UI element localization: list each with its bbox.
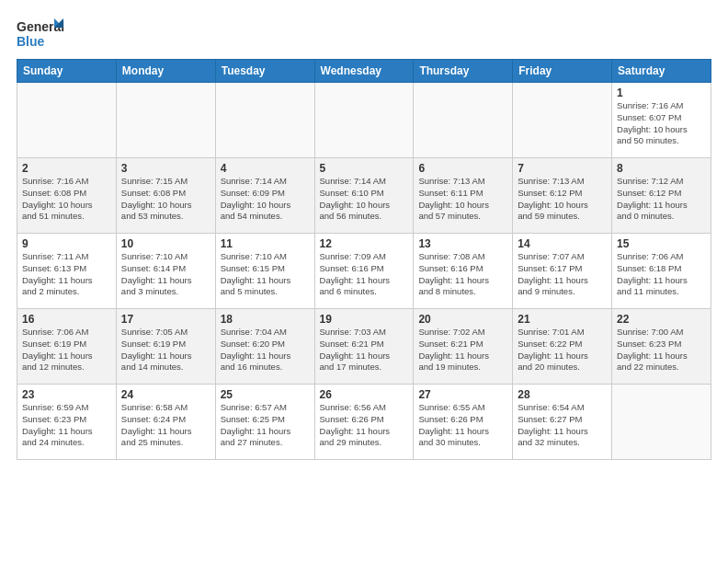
day-cell: 4Sunrise: 7:14 AM Sunset: 6:09 PM Daylig… [215,158,314,234]
day-info: Sunrise: 7:16 AM Sunset: 6:07 PM Dayligh… [617,100,706,147]
day-number: 3 [121,162,210,175]
day-info: Sunrise: 6:58 AM Sunset: 6:24 PM Dayligh… [121,402,210,449]
day-number: 6 [418,162,507,175]
day-number: 15 [617,237,706,250]
day-number: 20 [418,313,507,326]
day-cell: 2Sunrise: 7:16 AM Sunset: 6:08 PM Daylig… [17,158,117,234]
day-cell [116,83,215,158]
day-number: 23 [22,388,111,401]
day-cell: 16Sunrise: 7:06 AM Sunset: 6:19 PM Dayli… [17,309,117,385]
calendar: SundayMondayTuesdayWednesdayThursdayFrid… [17,59,711,460]
day-info: Sunrise: 7:07 AM Sunset: 6:17 PM Dayligh… [518,251,607,298]
day-info: Sunrise: 7:05 AM Sunset: 6:19 PM Dayligh… [121,327,210,373]
day-number: 4 [221,162,310,175]
day-number: 12 [320,237,409,250]
day-cell: 14Sunrise: 7:07 AM Sunset: 6:17 PM Dayli… [513,234,612,309]
day-cell: 7Sunrise: 7:13 AM Sunset: 6:12 PM Daylig… [513,158,612,234]
day-number: 16 [22,313,111,326]
day-info: Sunrise: 7:04 AM Sunset: 6:20 PM Dayligh… [221,327,310,373]
day-cell: 18Sunrise: 7:04 AM Sunset: 6:20 PM Dayli… [215,309,314,385]
day-cell: 12Sunrise: 7:09 AM Sunset: 6:16 PM Dayli… [314,234,414,309]
weekday-saturday: Saturday [612,60,711,83]
page: GeneralBlue SundayMondayTuesdayWednesday… [0,0,728,469]
day-info: Sunrise: 7:10 AM Sunset: 6:14 PM Dayligh… [121,251,210,298]
day-info: Sunrise: 7:06 AM Sunset: 6:18 PM Dayligh… [617,251,706,298]
logo: GeneralBlue [17,17,64,50]
day-number: 24 [121,388,210,401]
day-info: Sunrise: 7:08 AM Sunset: 6:16 PM Dayligh… [418,251,507,298]
day-number: 28 [518,388,607,401]
day-cell: 11Sunrise: 7:10 AM Sunset: 6:15 PM Dayli… [215,234,314,309]
day-info: Sunrise: 7:13 AM Sunset: 6:11 PM Dayligh… [418,176,507,223]
day-number: 13 [418,237,507,250]
day-cell: 5Sunrise: 7:14 AM Sunset: 6:10 PM Daylig… [314,158,414,234]
day-cell: 8Sunrise: 7:12 AM Sunset: 6:12 PM Daylig… [612,158,711,234]
day-cell [513,83,612,158]
header: GeneralBlue [17,17,711,50]
weekday-wednesday: Wednesday [314,60,414,83]
day-number: 7 [518,162,607,175]
day-info: Sunrise: 7:15 AM Sunset: 6:08 PM Dayligh… [121,176,210,223]
day-number: 11 [221,237,310,250]
day-cell: 15Sunrise: 7:06 AM Sunset: 6:18 PM Dayli… [612,234,711,309]
day-number: 5 [320,162,409,175]
day-info: Sunrise: 6:56 AM Sunset: 6:26 PM Dayligh… [320,402,409,449]
weekday-sunday: Sunday [17,60,117,83]
day-number: 8 [617,162,706,175]
day-number: 18 [221,313,310,326]
week-row-2: 2Sunrise: 7:16 AM Sunset: 6:08 PM Daylig… [17,158,711,234]
day-cell: 3Sunrise: 7:15 AM Sunset: 6:08 PM Daylig… [116,158,215,234]
day-info: Sunrise: 6:55 AM Sunset: 6:26 PM Dayligh… [418,402,507,449]
day-cell: 1Sunrise: 7:16 AM Sunset: 6:07 PM Daylig… [612,83,711,158]
day-number: 25 [221,388,310,401]
day-cell: 20Sunrise: 7:02 AM Sunset: 6:21 PM Dayli… [414,309,513,385]
day-cell: 26Sunrise: 6:56 AM Sunset: 6:26 PM Dayli… [314,385,414,460]
day-cell: 19Sunrise: 7:03 AM Sunset: 6:21 PM Dayli… [314,309,414,385]
day-number: 27 [418,388,507,401]
day-number: 17 [121,313,210,326]
week-row-3: 9Sunrise: 7:11 AM Sunset: 6:13 PM Daylig… [17,234,711,309]
day-number: 22 [617,313,706,326]
weekday-monday: Monday [116,60,215,83]
day-number: 14 [518,237,607,250]
day-number: 9 [22,237,111,250]
day-cell: 25Sunrise: 6:57 AM Sunset: 6:25 PM Dayli… [215,385,314,460]
day-cell: 21Sunrise: 7:01 AM Sunset: 6:22 PM Dayli… [513,309,612,385]
day-number: 2 [22,162,111,175]
day-info: Sunrise: 7:14 AM Sunset: 6:10 PM Dayligh… [320,176,409,223]
svg-text:Blue: Blue [17,34,45,49]
day-cell: 6Sunrise: 7:13 AM Sunset: 6:11 PM Daylig… [414,158,513,234]
day-cell: 10Sunrise: 7:10 AM Sunset: 6:14 PM Dayli… [116,234,215,309]
weekday-tuesday: Tuesday [215,60,314,83]
day-info: Sunrise: 6:57 AM Sunset: 6:25 PM Dayligh… [221,402,310,449]
day-cell [314,83,414,158]
week-row-1: 1Sunrise: 7:16 AM Sunset: 6:07 PM Daylig… [17,83,711,158]
day-info: Sunrise: 7:13 AM Sunset: 6:12 PM Dayligh… [518,176,607,223]
day-info: Sunrise: 7:00 AM Sunset: 6:23 PM Dayligh… [617,327,706,373]
day-cell: 9Sunrise: 7:11 AM Sunset: 6:13 PM Daylig… [17,234,117,309]
day-number: 10 [121,237,210,250]
week-row-4: 16Sunrise: 7:06 AM Sunset: 6:19 PM Dayli… [17,309,711,385]
day-info: Sunrise: 7:09 AM Sunset: 6:16 PM Dayligh… [320,251,409,298]
day-number: 26 [320,388,409,401]
day-cell: 28Sunrise: 6:54 AM Sunset: 6:27 PM Dayli… [513,385,612,460]
day-info: Sunrise: 7:01 AM Sunset: 6:22 PM Dayligh… [518,327,607,373]
weekday-friday: Friday [513,60,612,83]
day-cell [612,385,711,460]
day-info: Sunrise: 7:11 AM Sunset: 6:13 PM Dayligh… [22,251,111,298]
day-info: Sunrise: 7:16 AM Sunset: 6:08 PM Dayligh… [22,176,111,223]
day-cell: 17Sunrise: 7:05 AM Sunset: 6:19 PM Dayli… [116,309,215,385]
weekday-thursday: Thursday [414,60,513,83]
weekday-header-row: SundayMondayTuesdayWednesdayThursdayFrid… [17,60,711,83]
day-number: 21 [518,313,607,326]
day-number: 19 [320,313,409,326]
day-info: Sunrise: 7:06 AM Sunset: 6:19 PM Dayligh… [22,327,111,373]
day-cell: 22Sunrise: 7:00 AM Sunset: 6:23 PM Dayli… [612,309,711,385]
day-info: Sunrise: 6:54 AM Sunset: 6:27 PM Dayligh… [518,402,607,449]
day-cell [414,83,513,158]
day-cell: 13Sunrise: 7:08 AM Sunset: 6:16 PM Dayli… [414,234,513,309]
day-info: Sunrise: 7:02 AM Sunset: 6:21 PM Dayligh… [418,327,507,373]
day-number: 1 [617,86,706,99]
day-info: Sunrise: 6:59 AM Sunset: 6:23 PM Dayligh… [22,402,111,449]
day-cell [17,83,117,158]
